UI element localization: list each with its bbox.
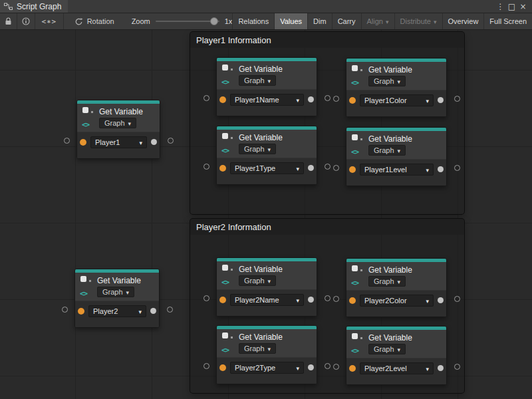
output-port[interactable] — [151, 139, 157, 145]
kind-dropdown[interactable]: Graph — [239, 343, 276, 354]
input-port[interactable] — [78, 308, 84, 315]
input-port[interactable] — [219, 96, 226, 103]
port-ring-left[interactable] — [333, 96, 339, 102]
kind-label: Graph — [374, 345, 394, 353]
port-ring-left[interactable] — [62, 307, 68, 313]
get-variable-node[interactable]: Get Variable Graph Player1 — [76, 100, 160, 159]
port-ring-right[interactable] — [325, 363, 331, 369]
get-variable-node[interactable]: Get Variable Graph Player2Type — [216, 325, 317, 384]
port-ring-right[interactable] — [167, 307, 173, 313]
input-port[interactable] — [349, 166, 356, 173]
port-ring-left[interactable] — [203, 164, 209, 170]
input-port[interactable] — [349, 365, 356, 372]
maximize-icon[interactable]: □ — [506, 2, 517, 11]
kind-dropdown[interactable]: Graph — [239, 275, 276, 286]
get-variable-node[interactable]: Get Variable Graph Player1Type — [216, 126, 317, 185]
input-port[interactable] — [349, 97, 356, 104]
get-variable-node[interactable]: Get Variable Graph Player2Name — [216, 257, 317, 317]
kind-dropdown[interactable]: Graph — [368, 145, 406, 156]
output-port[interactable] — [308, 96, 314, 102]
kind-dropdown[interactable]: Graph — [97, 287, 134, 297]
port-ring-left[interactable] — [203, 95, 209, 101]
group-header[interactable]: Player1 Information — [190, 32, 464, 48]
get-variable-node[interactable]: Get Variable Graph Player1Color — [346, 58, 447, 117]
group-header[interactable]: Player2 Information — [190, 219, 464, 235]
get-variable-node[interactable]: Get Variable Graph Player1Level — [346, 127, 447, 186]
menu-kebab-icon[interactable]: ⋮ — [495, 2, 506, 11]
lock-icon — [5, 17, 12, 25]
values-button[interactable]: Values — [274, 13, 307, 29]
port-ring-right[interactable] — [168, 138, 174, 144]
output-port[interactable] — [308, 165, 314, 171]
output-port[interactable] — [438, 166, 444, 172]
output-port[interactable] — [308, 297, 314, 303]
get-variable-node[interactable]: Get Variable Graph Player2Color — [346, 258, 447, 317]
get-variable-icon — [350, 332, 367, 356]
port-ring-right[interactable] — [325, 164, 331, 170]
kind-dropdown[interactable]: Graph — [368, 276, 406, 287]
port-ring-left[interactable] — [203, 295, 209, 301]
get-variable-node[interactable]: Get Variable Graph Player2Level — [346, 326, 447, 385]
port-ring-left[interactable] — [333, 296, 339, 302]
fullscreen-button[interactable]: Full Screen — [483, 13, 532, 29]
port-ring-left[interactable] — [64, 138, 70, 144]
variable-dropdown[interactable]: Player2Level — [360, 362, 434, 374]
kind-dropdown[interactable]: Graph — [368, 344, 406, 354]
port-ring-left[interactable] — [333, 364, 339, 370]
output-port[interactable] — [150, 308, 156, 314]
get-variable-node[interactable]: Get Variable Graph Player2 — [74, 269, 160, 328]
input-port[interactable] — [349, 297, 356, 304]
variable-dropdown[interactable]: Player1Color — [360, 94, 434, 106]
input-port[interactable] — [219, 364, 226, 371]
variable-dropdown[interactable]: Player1 — [90, 136, 147, 148]
caret-down-icon — [398, 146, 401, 154]
rotation-control[interactable]: Rotation — [74, 13, 114, 29]
get-variable-icon — [220, 263, 237, 287]
zoom-slider-knob[interactable] — [210, 17, 218, 25]
variable-dropdown[interactable]: Player2 — [88, 305, 146, 317]
kind-dropdown[interactable]: Graph — [239, 75, 276, 86]
group-title: Player1 Information — [196, 35, 271, 45]
code-preview-toggle[interactable]: <∗> — [35, 13, 64, 29]
input-port[interactable] — [219, 297, 226, 303]
info-button[interactable] — [17, 13, 35, 29]
port-ring-left[interactable] — [333, 165, 339, 171]
output-port[interactable] — [438, 365, 444, 371]
output-port[interactable] — [438, 97, 444, 103]
kind-dropdown[interactable]: Graph — [99, 118, 136, 128]
kind-dropdown[interactable]: Graph — [239, 144, 276, 154]
port-ring-right[interactable] — [325, 95, 331, 101]
input-port[interactable] — [219, 165, 226, 172]
script-graph-tab[interactable]: Script Graph — [0, 0, 68, 13]
variable-label: Player2Name — [235, 296, 279, 304]
close-icon[interactable]: × — [517, 2, 529, 11]
variable-dropdown[interactable]: Player1Level — [360, 164, 434, 176]
variable-dropdown[interactable]: Player1Type — [230, 162, 304, 174]
port-ring-right[interactable] — [454, 165, 460, 171]
overview-button[interactable]: Overview — [442, 13, 484, 29]
zoom-slider[interactable] — [156, 17, 219, 26]
port-ring-right[interactable] — [454, 96, 460, 102]
variable-dropdown[interactable]: Player2Color — [360, 295, 434, 307]
variable-dropdown[interactable]: Player1Name — [230, 94, 304, 106]
port-ring-right[interactable] — [454, 364, 460, 370]
caret-down-icon — [398, 345, 401, 353]
kind-dropdown[interactable]: Graph — [368, 76, 406, 86]
get-variable-node[interactable]: Get Variable Graph Player1Name — [216, 57, 317, 116]
input-port[interactable] — [80, 139, 86, 146]
port-ring-left[interactable] — [203, 363, 209, 369]
align-dropdown[interactable]: Align — [361, 13, 394, 29]
dim-button[interactable]: Dim — [307, 13, 332, 29]
relations-button[interactable]: Relations — [232, 13, 274, 29]
node-title: Get Variable — [368, 64, 443, 76]
variable-dropdown[interactable]: Player2Name — [230, 294, 304, 306]
variable-dropdown[interactable]: Player2Type — [230, 362, 304, 374]
output-port[interactable] — [308, 364, 314, 370]
port-ring-right[interactable] — [325, 295, 331, 301]
lock-button[interactable] — [0, 13, 17, 29]
graph-canvas[interactable]: Player1 Information Player2 Information … — [0, 30, 532, 399]
distribute-dropdown[interactable]: Distribute — [394, 13, 442, 29]
output-port[interactable] — [438, 297, 444, 303]
port-ring-right[interactable] — [454, 296, 460, 302]
carry-button[interactable]: Carry — [332, 13, 361, 29]
